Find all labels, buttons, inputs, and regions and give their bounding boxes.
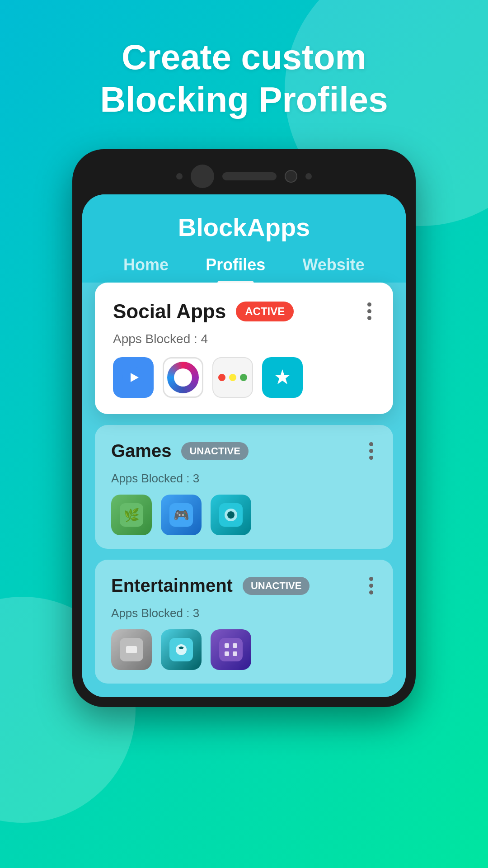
svg-rect-18 [233, 651, 237, 656]
svg-rect-15 [225, 643, 229, 648]
games-icons-row: 🌿 🎮 [111, 495, 377, 535]
ent-menu-dot-3 [369, 590, 373, 594]
ent-menu-dot-1 [369, 577, 373, 581]
svg-rect-11 [126, 646, 137, 653]
app-icon-play [113, 357, 154, 398]
phone-mockup: BlockApps Home Profiles Website Social A… [72, 149, 416, 707]
games-menu-dot-1 [369, 442, 373, 446]
svg-rect-17 [225, 651, 229, 656]
ent-card-header: Entertainment UNACTIVE [111, 573, 377, 598]
games-blocked-count: Apps Blocked : 3 [111, 472, 377, 486]
app-icon-star [262, 357, 303, 398]
svg-point-9 [227, 511, 235, 519]
game-icon-2: 🎮 [161, 495, 202, 535]
social-apps-title: Social Apps [113, 300, 226, 323]
nav-profiles[interactable]: Profiles [206, 255, 265, 283]
games-menu-dot-2 [369, 449, 373, 453]
social-apps-menu-button[interactable] [364, 299, 375, 324]
games-title-area: Games UNACTIVE [111, 441, 249, 461]
menu-dot-1 [367, 302, 371, 307]
ent-icon-1 [111, 629, 152, 670]
notch-front-camera [285, 170, 297, 183]
dot-green [240, 374, 247, 381]
social-apps-blocked-count: Apps Blocked : 4 [113, 332, 375, 346]
ent-icon-2 [161, 629, 202, 670]
card-title-area: Social Apps ACTIVE [113, 300, 294, 323]
games-status-badge: UNACTIVE [181, 442, 248, 460]
ent-icon-3-svg [219, 638, 243, 661]
game-icon-1-svg: 🌿 [120, 503, 143, 527]
notch-speaker [222, 172, 277, 180]
svg-text:🎮: 🎮 [174, 508, 189, 523]
game-icon-1: 🌿 [111, 495, 152, 535]
notch-dot-right [305, 173, 312, 179]
games-menu-dot-3 [369, 456, 373, 460]
card-header-row: Social Apps ACTIVE [113, 299, 375, 324]
active-badge: ACTIVE [236, 302, 294, 321]
ent-status-badge: UNACTIVE [243, 577, 310, 595]
svg-rect-16 [233, 643, 237, 648]
menu-dot-2 [367, 309, 371, 313]
games-title: Games [111, 441, 171, 461]
game-icon-3-svg [219, 503, 243, 527]
notch-camera [191, 165, 214, 188]
play-icon-svg [122, 367, 144, 388]
headline: Create custom Blocking Profiles [0, 36, 488, 121]
ent-title: Entertainment [111, 576, 233, 596]
svg-rect-14 [219, 638, 243, 661]
games-card-header: Games UNACTIVE [111, 439, 377, 463]
app-nav: Home Profiles Website [105, 255, 383, 283]
social-apps-icons-row [113, 357, 375, 398]
phone-frame: BlockApps Home Profiles Website Social A… [72, 149, 416, 707]
nav-home[interactable]: Home [123, 255, 169, 283]
svg-point-13 [176, 644, 187, 655]
app-content: Social Apps ACTIVE Apps Blocked : 4 [82, 283, 406, 697]
dot-red [218, 374, 225, 381]
ent-icon-2-svg [169, 638, 193, 661]
ring-inner [174, 368, 192, 387]
profile-card-entertainment: Entertainment UNACTIVE Apps Blocked : 3 [95, 560, 393, 684]
ent-menu-button[interactable] [366, 573, 377, 598]
ent-title-area: Entertainment UNACTIVE [111, 576, 310, 596]
header-section: Create custom Blocking Profiles [0, 36, 488, 121]
app-title: BlockApps [105, 212, 383, 255]
games-menu-button[interactable] [366, 439, 377, 463]
game-icon-3 [211, 495, 251, 535]
star-icon-svg [271, 366, 294, 389]
phone-notch [82, 159, 406, 194]
nav-website[interactable]: Website [303, 255, 365, 283]
ent-blocked-count: Apps Blocked : 3 [111, 606, 377, 620]
profile-card-games: Games UNACTIVE Apps Blocked : 3 [95, 425, 393, 549]
app-icon-dots [212, 357, 253, 398]
app-icon-ring [163, 357, 203, 398]
svg-text:🌿: 🌿 [124, 508, 140, 523]
ent-menu-dot-2 [369, 584, 373, 588]
app-header: BlockApps Home Profiles Website [82, 194, 406, 283]
game-icon-2-svg: 🎮 [169, 503, 193, 527]
profile-card-social-apps: Social Apps ACTIVE Apps Blocked : 4 [95, 283, 393, 414]
notch-dot-left [176, 173, 183, 179]
dots-row [218, 374, 247, 381]
ent-icons-row [111, 629, 377, 670]
phone-screen: BlockApps Home Profiles Website Social A… [82, 194, 406, 697]
dot-yellow [229, 374, 236, 381]
ent-icon-3 [211, 629, 251, 670]
menu-dot-3 [367, 316, 371, 320]
ring-gradient [167, 362, 199, 393]
ent-icon-1-svg [120, 638, 143, 661]
